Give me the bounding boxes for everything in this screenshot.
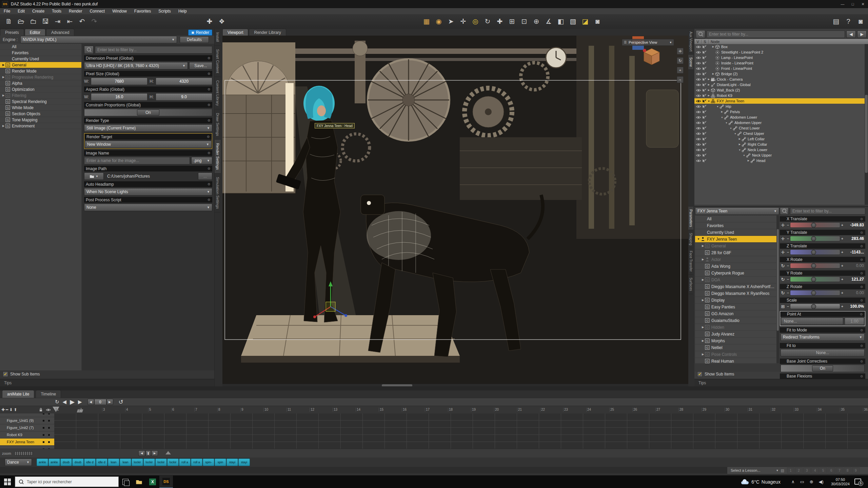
auto-headlamp-dropdown[interactable]: When No Scene Lights▼ <box>84 188 212 196</box>
rotate-tool-icon[interactable]: ↻ <box>481 15 494 27</box>
parameter-group-item[interactable]: Nelliel <box>695 344 776 351</box>
export-icon[interactable]: ⇤ <box>64 15 76 27</box>
category-item[interactable]: ▶ Filtering <box>0 93 81 99</box>
aniblock[interactable]: idle d <box>96 459 107 466</box>
clock[interactable]: 07:50 30/03/2024 <box>831 477 850 486</box>
viewport-tab[interactable]: Render Library <box>249 29 286 36</box>
move-track-down-icon[interactable]: ⬇ <box>9 407 13 412</box>
parameter-group-item[interactable]: ▶ Actor <box>695 256 776 263</box>
eye-icon[interactable] <box>695 110 702 114</box>
cursor-select-icon[interactable] <box>702 94 707 98</box>
weather-condition[interactable]: Nuageux <box>762 479 781 485</box>
category-item[interactable]: White Mode <box>0 105 81 111</box>
scene-tree-row[interactable]: ▶ Left Collar <box>694 136 865 142</box>
aspect-height-field[interactable]: 9.0 <box>156 93 212 101</box>
pan-view-icon[interactable]: ✛ <box>677 48 684 55</box>
image-ext-dropdown[interactable]: .png▼ <box>191 157 212 164</box>
render-button[interactable]: ▣ Render <box>188 29 212 36</box>
eye-icon[interactable] <box>695 94 702 98</box>
scroll-thumb[interactable]: ❚ <box>145 450 151 456</box>
nudge-down-button[interactable]: − <box>786 237 790 241</box>
excel-icon[interactable]: X <box>146 475 159 488</box>
cursor-select-icon[interactable] <box>702 99 707 103</box>
gear-icon[interactable]: ⚙ <box>208 72 211 76</box>
save-icon[interactable]: 🖫 <box>39 15 52 27</box>
node-selection-tool-icon[interactable]: ➤ <box>445 15 457 27</box>
cursor-select-icon[interactable] <box>702 132 707 136</box>
eye-icon[interactable] <box>695 121 702 125</box>
lock-tool-icon[interactable]: ◪ <box>579 15 591 27</box>
menu-item[interactable]: Favorites <box>131 8 155 14</box>
go-to-start-icon[interactable]: ◀ <box>63 399 67 405</box>
gear-icon[interactable]: ⚙ <box>860 217 863 221</box>
merge-file-icon[interactable]: 🗀 <box>27 15 39 27</box>
gear-icon[interactable]: ⚙ <box>860 328 863 332</box>
track-lock-dot[interactable] <box>43 413 44 414</box>
scroll-left-button[interactable]: ◀ <box>138 450 145 456</box>
fit-to-mode-dropdown[interactable]: Redirect Transforms▼ <box>781 333 865 341</box>
aim-tool-icon[interactable]: ⊕ <box>530 15 542 27</box>
menu-item[interactable]: Tools <box>48 8 65 14</box>
nudge-up-button[interactable]: + <box>840 291 844 295</box>
collapse-handle[interactable] <box>165 451 171 454</box>
parameter-group-item[interactable]: Dieggo Masamune X RyanReos <box>695 290 776 297</box>
eye-icon[interactable] <box>695 45 702 49</box>
render-camera-icon[interactable]: ◙ <box>591 15 604 27</box>
track-visibility-dot[interactable] <box>48 434 50 436</box>
view-selector-dropdown[interactable]: ☰ Perspective View ▼ <box>622 39 674 46</box>
taskbar-search[interactable]: Taper ici pour rechercher <box>15 476 119 487</box>
scene-tree-row[interactable]: ▶ Pelvis <box>694 109 865 115</box>
nudge-down-button[interactable]: − <box>786 250 790 254</box>
eye-icon[interactable] <box>695 99 702 103</box>
aniblock[interactable]: lean <box>108 459 119 466</box>
image-name-input[interactable]: Enter a name for the image... <box>84 157 190 164</box>
cursor-select-icon[interactable] <box>702 116 707 119</box>
lesson-number[interactable]: 9 <box>852 467 860 473</box>
frame-decrement-button[interactable]: ◀ <box>87 399 94 405</box>
frame-tool-icon[interactable]: ⊡ <box>518 15 530 27</box>
task-view-button[interactable] <box>119 475 132 488</box>
eye-icon[interactable] <box>695 105 702 108</box>
translate-tool-icon[interactable]: ✚ <box>494 15 506 27</box>
scene-tree-row[interactable]: ▼ Abdomen Upper <box>694 120 865 125</box>
lesson-number[interactable]: 1 <box>787 467 794 473</box>
eye-icon[interactable] <box>695 83 702 87</box>
loop-playback-icon[interactable]: ↻ <box>55 399 59 405</box>
show-sub-items-right[interactable]: ✓ Show Sub Items <box>697 371 734 377</box>
zoom-out-view-icon[interactable]: − <box>677 76 684 83</box>
go-to-end-icon[interactable]: ▶ <box>78 399 82 405</box>
gear-icon[interactable]: ⚙ <box>860 258 863 262</box>
cursor-select-icon[interactable] <box>702 121 707 125</box>
cursor-select-icon[interactable] <box>702 61 707 65</box>
camera-icon[interactable]: ◙ <box>854 15 867 27</box>
view-navigation-cube[interactable] <box>642 46 662 67</box>
help-icon[interactable]: ? <box>842 15 854 27</box>
nudge-up-button[interactable]: + <box>840 277 844 281</box>
slider-handle[interactable] <box>811 223 816 228</box>
timeline-track[interactable] <box>0 413 54 417</box>
slider-handle[interactable] <box>811 277 816 282</box>
nudge-down-button[interactable]: − <box>786 304 790 308</box>
parameters-filter-search-button[interactable] <box>780 207 789 215</box>
aniblock[interactable]: roll a <box>179 459 191 466</box>
menu-item[interactable]: Help <box>175 8 191 14</box>
pixel-width-field[interactable]: 7680 <box>91 78 147 85</box>
eye-icon[interactable] <box>695 137 702 141</box>
aniblock[interactable]: doub <box>72 459 84 466</box>
dock-tab[interactable]: Draw Settings <box>215 109 221 140</box>
scene-filter-search-button[interactable] <box>696 30 705 38</box>
nudge-up-button[interactable]: + <box>840 250 844 254</box>
parameter-group-item[interactable]: ▼ FXY Jenna Teen <box>695 236 776 243</box>
frame-ruler[interactable]: 1234567891011121314151617181920212223242… <box>56 408 868 412</box>
maximize-button[interactable]: □ <box>848 0 858 8</box>
viewport-3d-scene[interactable] <box>222 36 688 387</box>
gear-icon[interactable]: ⚙ <box>860 344 863 348</box>
lesson-number[interactable]: 4 <box>811 467 819 473</box>
track-visibility-dot[interactable] <box>48 441 50 443</box>
viewport-canvas[interactable]: FXY Jenna Teen : Head ☰ Perspective View… <box>222 36 688 387</box>
category-item[interactable]: All <box>0 44 81 50</box>
eye-icon[interactable] <box>695 154 702 157</box>
category-item[interactable]: Favorites <box>0 50 81 56</box>
gear-icon[interactable]: ⚙ <box>208 151 211 155</box>
cursor-select-icon[interactable] <box>702 67 707 70</box>
